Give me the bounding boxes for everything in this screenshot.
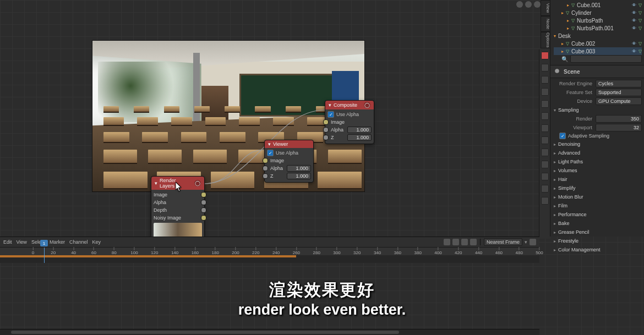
collapse-icon[interactable]: ▾: [155, 180, 157, 186]
outliner-row[interactable]: ▾ Desk: [554, 32, 642, 40]
outliner[interactable]: ▸▽ Cube.001 👁▽ ▸▽ Cylinder 👁▽ ▸▽ NurbsPa…: [550, 0, 644, 65]
outliner-row[interactable]: ▸▽ Cylinder 👁▽: [554, 9, 642, 17]
checkbox-icon[interactable]: ✓: [267, 150, 274, 156]
section-motionblur[interactable]: Motion Blur: [553, 193, 642, 201]
menu-edit[interactable]: Edit: [3, 239, 12, 245]
menu-marker[interactable]: Marker: [50, 239, 65, 245]
section-bake[interactable]: Bake: [553, 219, 642, 228]
visibility-icon[interactable]: 👁: [632, 49, 636, 54]
overlay-icon[interactable]: [525, 1, 532, 8]
alpha-value[interactable]: 1.000: [287, 165, 311, 172]
outliner-row[interactable]: ▸▽ Cube.003 👁▽: [554, 47, 642, 55]
socket-noisy[interactable]: [201, 215, 206, 221]
node-viewer[interactable]: ▾ Viewer ✓Use Alpha Image Alpha1.000 Z1.…: [264, 140, 314, 183]
socket-image-in[interactable]: [263, 158, 268, 163]
tab-options[interactable]: Options: [541, 32, 550, 48]
section-sampling[interactable]: Sampling: [553, 106, 642, 114]
z-value[interactable]: 1.000: [287, 173, 311, 179]
properties-tab-scene-icon[interactable]: [541, 88, 549, 96]
section-film[interactable]: Film: [553, 201, 642, 210]
checkbox-icon[interactable]: ✓: [328, 111, 334, 118]
sampling-render-input[interactable]: 350: [596, 115, 642, 123]
timeline-ruler[interactable]: 1 02040608010012014016018020022024026028…: [0, 248, 539, 255]
properties-tab-render-icon[interactable]: [541, 52, 549, 59]
section-freestyle[interactable]: Freestyle: [553, 237, 642, 245]
properties-tab-output-icon[interactable]: [541, 64, 549, 72]
outliner-row[interactable]: ▸▽ Cube.001 👁▽: [554, 1, 642, 9]
render-visibility-icon[interactable]: ▽: [638, 18, 642, 23]
socket-z-in[interactable]: [323, 135, 329, 140]
properties-tab-modifier-icon[interactable]: [541, 124, 549, 132]
outliner-row[interactable]: ▸▽ NurbsPath.001 👁▽: [554, 24, 642, 32]
horizontal-scrollbar[interactable]: [0, 329, 539, 335]
overlay-icon[interactable]: [534, 1, 541, 8]
chevron-down-icon[interactable]: ▾: [525, 239, 527, 245]
node-header[interactable]: ▾ Viewer: [265, 140, 313, 148]
render-visibility-icon[interactable]: ▽: [638, 26, 642, 31]
visibility-icon[interactable]: 👁: [632, 26, 636, 31]
tab-node[interactable]: Node: [541, 16, 550, 32]
socket-z-in[interactable]: [263, 173, 268, 179]
playhead[interactable]: 1: [44, 248, 45, 255]
section-colormgmt[interactable]: Color Management: [553, 245, 642, 254]
visibility-icon[interactable]: 👁: [632, 18, 636, 23]
properties-tab-particle-icon[interactable]: [541, 136, 549, 144]
scrollbar-thumb[interactable]: [11, 331, 400, 334]
section-greasepencil[interactable]: Grease Pencil: [553, 228, 642, 237]
adaptive-sampling-row[interactable]: ✓ Adaptive Sampling: [553, 132, 642, 140]
properties-tab-object-icon[interactable]: [541, 112, 549, 120]
timeline-icon[interactable]: [452, 239, 459, 245]
socket-alpha[interactable]: [201, 200, 206, 205]
socket-image[interactable]: [201, 192, 206, 197]
section-lightpaths[interactable]: Light Paths: [553, 157, 642, 166]
node-preview-icon[interactable]: ◯: [194, 180, 201, 186]
z-value[interactable]: 1.000: [347, 134, 372, 141]
menu-key[interactable]: Key: [92, 239, 101, 245]
menu-channel[interactable]: Channel: [69, 239, 88, 245]
render-visibility-icon[interactable]: ▽: [638, 10, 642, 15]
socket-alpha-in[interactable]: [323, 127, 329, 133]
menu-view[interactable]: View: [17, 239, 27, 245]
properties-tab-world-icon[interactable]: [541, 100, 549, 108]
section-performance[interactable]: Performance: [553, 210, 642, 219]
timeline-icon[interactable]: [530, 239, 536, 245]
visibility-icon[interactable]: 👁: [632, 3, 636, 8]
overlay-icon[interactable]: [516, 1, 523, 8]
node-render-layers[interactable]: ▾ Render Layers ◯ Image Alpha Depth Nois…: [151, 176, 205, 245]
outliner-search-input[interactable]: [570, 55, 642, 63]
properties-tab-material-icon[interactable]: [541, 185, 549, 193]
section-hair[interactable]: Hair: [553, 175, 642, 184]
outliner-row[interactable]: ▸▽ NurbsPath 👁▽: [554, 17, 642, 24]
timeline-track[interactable]: [0, 255, 539, 263]
section-advanced[interactable]: Advanced: [553, 149, 642, 157]
properties-tab-constraint-icon[interactable]: [541, 161, 549, 168]
checkbox-icon[interactable]: ✓: [559, 133, 566, 139]
tab-view[interactable]: View: [541, 0, 550, 16]
section-simplify[interactable]: Simplify: [553, 184, 642, 193]
render-visibility-icon[interactable]: ▽: [638, 41, 642, 46]
section-volumes[interactable]: Volumes: [553, 166, 642, 175]
render-visibility-icon[interactable]: ▽: [638, 49, 642, 54]
properties-tab-data-icon[interactable]: [541, 173, 549, 180]
alpha-value[interactable]: 1.000: [347, 127, 372, 133]
node-preview-icon[interactable]: ◯: [364, 102, 370, 108]
timeline-icon[interactable]: [461, 239, 468, 245]
render-visibility-icon[interactable]: ▽: [638, 3, 642, 8]
search-icon[interactable]: 🔍: [561, 56, 568, 62]
timeline-icon[interactable]: [444, 239, 450, 245]
visibility-icon[interactable]: 👁: [632, 10, 636, 15]
timeline[interactable]: Edit View Select Marker Channel Key Near…: [0, 237, 539, 262]
section-denoising[interactable]: Denoising: [553, 140, 642, 149]
collapse-icon[interactable]: ▾: [268, 141, 271, 147]
node-header[interactable]: ▾ Composite ◯: [325, 101, 374, 109]
device-select[interactable]: GPU Compute: [596, 97, 642, 105]
visibility-icon[interactable]: 👁: [632, 41, 636, 46]
timeline-icon[interactable]: [470, 239, 477, 245]
feature-set-select[interactable]: Supported: [596, 89, 642, 96]
outliner-row[interactable]: ▸▽ Cube.002 👁▽: [554, 40, 642, 47]
snap-mode-select[interactable]: Nearest Frame: [484, 238, 522, 246]
socket-alpha-in[interactable]: [263, 166, 268, 171]
node-header[interactable]: ▾ Render Layers ◯: [151, 177, 204, 190]
properties-tab-texture-icon[interactable]: [541, 197, 549, 205]
properties-tab-physics-icon[interactable]: [541, 149, 549, 156]
